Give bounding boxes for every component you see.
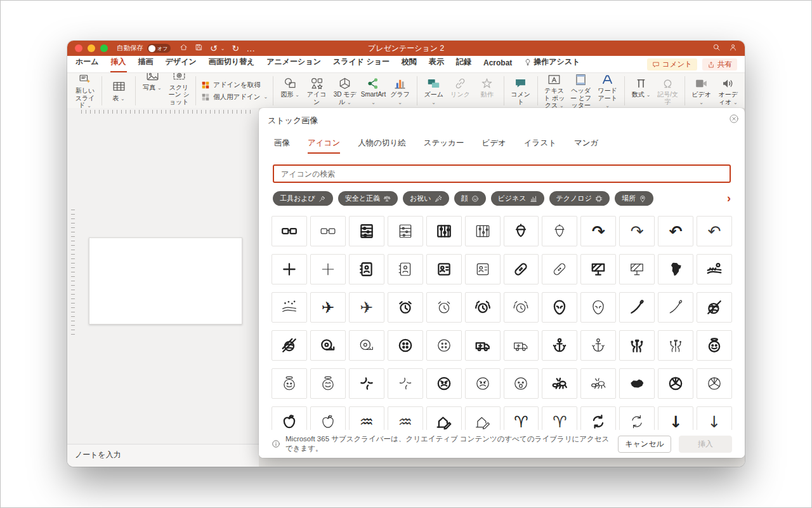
- stock-icon-needle-filled[interactable]: [619, 292, 655, 323]
- ribbon-button-テキストボックス[interactable]: テキスト ボックス ⌄: [542, 73, 567, 109]
- stock-icon-anger-symbol-filled[interactable]: [349, 368, 384, 399]
- stock-icon-abacus-vertical-outline[interactable]: [465, 216, 501, 246]
- minimize-window-button[interactable]: [88, 44, 95, 52]
- stock-icon-airplane-filled[interactable]: ✈: [310, 292, 346, 323]
- stock-icon-adhesive-bandage-filled[interactable]: [504, 254, 539, 284]
- stock-icon-ant-filled[interactable]: [542, 368, 577, 399]
- stock-icon-contact-card-filled[interactable]: [426, 254, 462, 284]
- stock-icon-tape-measure-outline[interactable]: [349, 330, 384, 361]
- stock-icon-adhesive-bandage-outline[interactable]: [542, 254, 577, 284]
- close-window-button[interactable]: [75, 44, 82, 52]
- ribbon-tab-スライド ショー[interactable]: スライド ショー: [332, 53, 390, 72]
- notes-input[interactable]: ノートを入力: [67, 444, 259, 467]
- stock-icon-alarm-ringing-outline[interactable]: [504, 292, 539, 323]
- ribbon-tab-Acrobat[interactable]: Acrobat: [483, 55, 513, 72]
- stock-icon-button-filled[interactable]: [388, 330, 423, 361]
- ribbon-tab-ホーム[interactable]: ホーム: [75, 53, 100, 72]
- stock-icon-plus-outline[interactable]: [310, 254, 346, 284]
- stock-icon-abacus-filled[interactable]: [349, 216, 384, 246]
- ribbon-button-オーディオ[interactable]: オーディオ ⌄: [716, 75, 741, 107]
- undo-icon[interactable]: ↺: [210, 44, 218, 53]
- dialog-tab-マンガ[interactable]: マンガ: [574, 138, 598, 154]
- ribbon-tab-記録[interactable]: 記録: [455, 53, 472, 72]
- stock-icon-arrow-turn-left-filled[interactable]: ↶: [658, 216, 693, 246]
- ribbon-button-数式[interactable]: 数式 ⌄: [629, 75, 654, 100]
- ribbon-tab-描画[interactable]: 描画: [138, 53, 154, 72]
- zoom-window-button[interactable]: [100, 44, 108, 52]
- comments-button[interactable]: コメント: [647, 58, 697, 70]
- dialog-tab-アイコン[interactable]: アイコン: [308, 138, 340, 154]
- category-pill-安全と正義[interactable]: 安全と正義: [338, 191, 398, 206]
- ribbon-button-ヘッダーとフッター[interactable]: ヘッダー とフッター: [568, 73, 594, 109]
- ribbon-tab-デザイン[interactable]: デザイン: [165, 53, 197, 72]
- stock-icon-aperture-outline[interactable]: [697, 368, 732, 399]
- stock-icon-anchor-outline[interactable]: [580, 330, 616, 361]
- stock-icon-acorn-outline[interactable]: [542, 216, 577, 246]
- category-pill-場所[interactable]: 場所: [615, 191, 653, 206]
- ribbon-button-アドインを取得[interactable]: アドインを取得: [201, 81, 268, 90]
- ribbon-button-グラフ[interactable]: グラフ ⌄: [388, 75, 413, 107]
- stock-icon-address-book-outline[interactable]: [388, 254, 423, 284]
- stock-icon-address-book-filled[interactable]: [349, 254, 384, 284]
- ribbon-button-コメント[interactable]: コメント: [508, 75, 534, 107]
- stock-icon-arrow-turn-right-outline[interactable]: ↷: [619, 216, 655, 246]
- ribbon-button-個人用アドイン[interactable]: 個人用アドイン⌄: [201, 93, 268, 102]
- category-pill-工具および[interactable]: 工具および: [273, 191, 333, 206]
- cancel-button[interactable]: キャンセル: [618, 436, 671, 453]
- stock-icon-anchor-filled[interactable]: [542, 330, 577, 361]
- stock-icon-aperture-filled[interactable]: [658, 368, 693, 399]
- stock-icon-alien-outline[interactable]: [580, 292, 616, 323]
- ribbon-button-新しいスライド[interactable]: 新しい スライド ⌄: [72, 73, 98, 109]
- ribbon-button-カメラ[interactable]: カメラ: [742, 75, 745, 100]
- ribbon-button-ワードアート[interactable]: ワード アート ⌄: [595, 73, 620, 109]
- ribbon-button-表[interactable]: 表 ⌄: [106, 79, 131, 104]
- ribbon-tab-操作アシスト[interactable]: 操作アシスト: [523, 53, 580, 72]
- dialog-tab-ビデオ[interactable]: ビデオ: [481, 138, 506, 154]
- ribbon-button-3Dモデル[interactable]: 3D モデル ⌄: [331, 75, 359, 107]
- stock-icon-angel-face-outline[interactable]: [272, 368, 307, 399]
- stock-icon-angry-face-outline[interactable]: [465, 368, 501, 399]
- stock-icon-agriculture-filled[interactable]: [697, 254, 732, 284]
- stock-icon-contact-card-outline[interactable]: [465, 254, 501, 284]
- ribbon-tab-画面切り替え[interactable]: 画面切り替え: [208, 53, 256, 72]
- dialog-tab-ステッカー[interactable]: ステッカー: [424, 138, 464, 154]
- dialog-tab-イラスト[interactable]: イラスト: [524, 138, 556, 154]
- category-pill-顔[interactable]: 顔: [454, 191, 486, 206]
- ribbon-tab-アニメーション[interactable]: アニメーション: [266, 53, 322, 72]
- ribbon-button-図形[interactable]: 図形 ⌄: [277, 75, 303, 100]
- stock-icon-tape-measure-filled[interactable]: [310, 330, 346, 361]
- stock-icon-anemone-filled[interactable]: [619, 330, 655, 361]
- home-icon[interactable]: [180, 43, 188, 54]
- dialog-tab-人物の切り絵[interactable]: 人物の切り絵: [358, 138, 406, 154]
- stock-icon-ant-outline[interactable]: [580, 368, 616, 399]
- stock-icon-abacus-vertical-filled[interactable]: [426, 216, 462, 246]
- stock-icon-angry-face-filled[interactable]: [426, 368, 462, 399]
- ribbon-button-スクリーンショット[interactable]: スクリーン ショット ⌄: [166, 73, 192, 109]
- stock-icon-antarctica-filled[interactable]: [619, 368, 655, 399]
- ribbon-button-アイコン[interactable]: アイコン: [304, 75, 329, 107]
- stock-icon-alarm-clock-outline[interactable]: [426, 292, 462, 323]
- categories-scroll-right[interactable]: ›: [723, 191, 731, 206]
- stock-icon-angel-face-filled[interactable]: [697, 330, 732, 361]
- stock-icon-africa-filled[interactable]: [658, 254, 693, 284]
- dialog-close-icon[interactable]: [728, 113, 740, 124]
- ribbon-tab-校閲[interactable]: 校閲: [401, 53, 417, 72]
- stock-icon-abacus-outline[interactable]: [388, 216, 423, 246]
- stock-icon-acorn-filled[interactable]: [504, 216, 539, 246]
- more-commands-icon[interactable]: …: [246, 44, 255, 53]
- stock-icon-yarn-needles-filled[interactable]: [272, 330, 307, 361]
- stock-icon-3d-glasses-outline[interactable]: [310, 216, 346, 246]
- ribbon-button-SmartArt[interactable]: SmartArt ⌄: [360, 75, 386, 107]
- account-icon[interactable]: [729, 43, 737, 54]
- dialog-tab-画像[interactable]: 画像: [274, 138, 290, 154]
- redo-icon[interactable]: ↻: [232, 44, 239, 53]
- stock-icon-3d-glasses-filled[interactable]: [272, 216, 307, 246]
- stock-icon-anemone-outline[interactable]: [658, 330, 693, 361]
- ribbon-button-写真[interactable]: 写真 ⌄: [140, 73, 165, 92]
- stock-icon-angel-face-2-outline[interactable]: [310, 368, 346, 399]
- stock-icon-alien-filled[interactable]: [542, 292, 577, 323]
- slide-canvas[interactable]: [89, 237, 242, 324]
- stock-icon-ambulance-filled[interactable]: [465, 330, 501, 361]
- stock-icon-ambulance-outline[interactable]: [504, 330, 539, 361]
- stock-icon-alarm-clock-filled[interactable]: [388, 292, 423, 323]
